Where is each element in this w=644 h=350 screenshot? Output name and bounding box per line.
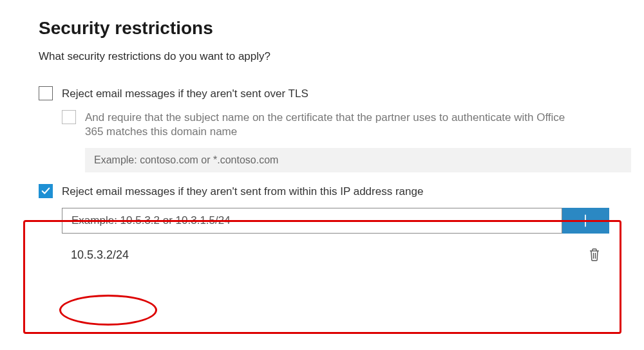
ip-address-input[interactable]: Example: 10.5.3.2 or 10.3.1.5/24 (62, 208, 562, 234)
check-icon (41, 187, 50, 196)
tls-domain-input: Example: contoso.com or *.contoso.com (85, 148, 631, 172)
delete-ip-button[interactable] (586, 246, 603, 263)
annotation-ellipse (59, 295, 157, 326)
ip-entry-value: 10.5.3.2/24 (71, 248, 129, 262)
page-subtitle: What security restrictions do you want t… (39, 50, 605, 63)
tls-domain-input-wrapper: Example: contoso.com or *.contoso.com (85, 148, 631, 172)
tls-option-row: Reject email messages if they aren't sen… (39, 86, 605, 101)
add-ip-button[interactable] (562, 208, 609, 234)
plus-icon (577, 212, 594, 229)
page-title: Security restrictions (39, 18, 605, 39)
ip-entry-row: 10.5.3.2/24 (62, 246, 609, 263)
tls-cert-checkbox (62, 110, 76, 124)
ip-label: Reject email messages if they aren't sen… (62, 184, 423, 199)
ip-option-row: Reject email messages if they aren't sen… (39, 184, 605, 199)
tls-checkbox[interactable] (39, 86, 53, 100)
ip-input-section: Example: 10.5.3.2 or 10.3.1.5/24 10.5.3.… (62, 208, 609, 263)
tls-cert-label: And require that the subject name on the… (85, 110, 581, 139)
trash-icon (588, 248, 601, 262)
tls-cert-option-row: And require that the subject name on the… (62, 110, 605, 139)
tls-label: Reject email messages if they aren't sen… (62, 86, 308, 101)
ip-checkbox[interactable] (39, 184, 53, 198)
